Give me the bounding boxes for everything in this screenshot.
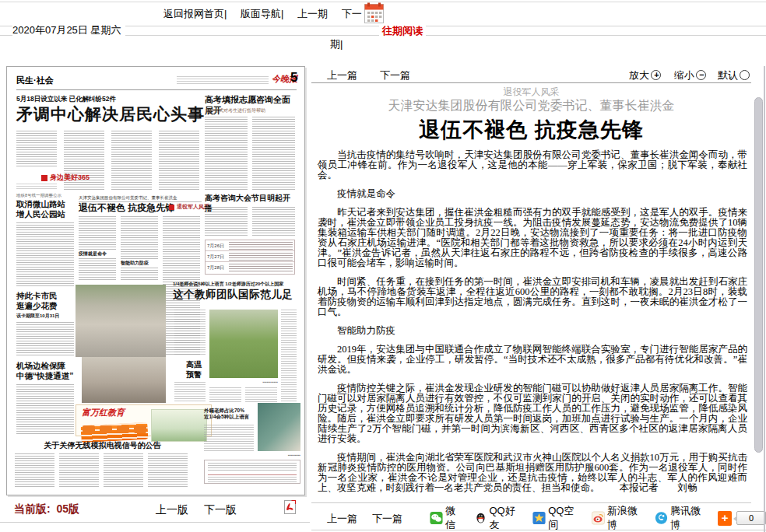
article-body: 当抗击疫情的集结号吹响时，天津安达集团股份有限公司党委书记、董事长崔洪金闻令而动… <box>318 150 747 502</box>
text-placeholder <box>79 216 116 282</box>
prev-article-link-bottom[interactable]: 上一篇 <box>327 512 357 526</box>
ad-tag <box>134 425 146 433</box>
table-row: 7月28日 <box>206 262 294 273</box>
current-page-label: 当前版: 05版 <box>14 502 79 516</box>
zoom-in-icon: + <box>651 70 661 80</box>
text-placeholder <box>245 387 277 403</box>
text-placeholder <box>16 131 57 168</box>
share-wechat-button[interactable]: 微信 <box>430 504 465 532</box>
thumb-heat-warning[interactable]: 高温预警 <box>186 360 202 380</box>
paragraph: 疫情期间，崔洪金向湖北省荣军医院和武汉市火神山医院以个人名义捐款10万元，用于购… <box>318 453 747 493</box>
thumb-a4-subhead-2: 智能助力防疫 <box>121 260 158 268</box>
section-heading: 疫情就是命令 <box>318 189 747 199</box>
paragraph: 2019年，安达集团与中国联通合作成立了物联网智能终端联合实验室，专门进行智能居… <box>318 345 747 375</box>
thumb-schedule-table: 7月26日 7月27日 7月28日 <box>205 240 295 275</box>
article-title: 退伍不褪色 抗疫急先锋 <box>311 116 751 144</box>
thumb-a1-kicker: 5月18日设立以来 已化解纠纷52件 <box>16 95 116 104</box>
paragraph: 时间紧、任务重，在接到任务的第一时间，崔洪金立即安排司机和车辆，凌晨就出发赶到石… <box>318 277 747 317</box>
advertisement[interactable]: 富万红教育 <box>76 404 212 436</box>
thumb-a2-sub: 多种方式对考生进行指导帮助 <box>205 107 265 114</box>
nav-layout-link[interactable]: 版面导航| <box>241 8 283 19</box>
thumb-a6-headline[interactable]: 持此卡市民逛遍少花费 <box>16 291 58 311</box>
share-bar: 微信 QQ好友 QQ空间 新浪微博 <box>430 509 766 527</box>
newspaper-page-thumbnail[interactable]: 民生·社会 今晚报 5 5月18日设立以来 已化解纠纷52件 矛调中心解决居民心… <box>6 66 305 495</box>
nav-prev-issue-link[interactable]: 上一期 <box>297 8 328 19</box>
text-placeholder <box>252 207 295 236</box>
text-placeholder <box>59 453 99 488</box>
nav-home-link[interactable]: 返回报网首页| <box>163 8 227 19</box>
text-placeholder <box>209 387 241 403</box>
ad-tag <box>117 425 129 433</box>
thumb-section-title: 民生·社会 <box>16 75 54 86</box>
footer-divider-right <box>311 530 766 530</box>
article-toolbar: 上一篇 下一篇 放大+ 缩小− 默认 <box>311 68 751 82</box>
calendar-icon[interactable] <box>364 2 384 23</box>
paragraph: 当抗击疫情的集结号吹响时，天津安达集团股份有限公司党委书记、董事长崔洪金闻令而动… <box>318 150 747 180</box>
article-bottom-divider <box>311 502 751 503</box>
paragraph: 疫情防控关键之际，崔洪金发现企业研发的智能门磁可以协助做好返津人员居家隔离工作。… <box>318 383 747 444</box>
share-qq-button[interactable]: QQ好友 <box>474 504 524 532</box>
zoom-out-button[interactable]: 缩小− <box>674 68 706 82</box>
share-more-button[interactable]: + <box>718 511 732 526</box>
photo-caption-placeholder: ▪▪▪▪▪▪▪▪▪▪▪ <box>209 380 278 384</box>
share-qzone-button[interactable]: QQ空间 <box>532 504 582 532</box>
thumb-a4-subhead-1: 疫情就是命令 <box>79 250 116 258</box>
text-placeholder <box>174 310 206 355</box>
thumb-a8-headline[interactable]: 这个教师团队国际范儿足 <box>173 289 293 302</box>
scrollbar-thumb[interactable] <box>754 97 763 453</box>
share-counter[interactable]: 0 <box>736 511 766 525</box>
article-subtitle: 天津安达集团股份有限公司党委书记、董事长崔洪金 <box>311 98 751 114</box>
red-square-icon <box>41 175 47 181</box>
zoom-out-icon: − <box>696 70 706 80</box>
text-placeholder <box>204 425 254 453</box>
text-placeholder <box>16 184 57 190</box>
text-placeholder <box>252 117 295 190</box>
text-placeholder <box>104 453 143 488</box>
masthead-info-placeholder <box>177 76 269 86</box>
thumb-a3-headline[interactable]: 取消微山路站增人民公园站 <box>16 199 65 219</box>
sina-weibo-icon <box>592 511 605 525</box>
next-article-link[interactable]: 下一篇 <box>380 68 410 82</box>
prev-article-link[interactable]: 上一篇 <box>327 68 357 82</box>
photo-caption-placeholder: ▪▪▪▪▪▪▪▪▪ <box>242 453 300 457</box>
ad-image <box>151 409 207 442</box>
thumb-a4-badge: 退役军人风采 <box>169 203 209 211</box>
table-row: 7月26日 <box>206 240 294 251</box>
thumb-a6-sub: 该卡期限至10月31日 <box>16 313 59 320</box>
header-nav: 返回报网首页| 版面导航| 上一期 下一 <box>163 7 373 21</box>
wechat-icon <box>430 511 443 525</box>
zoom-default-icon <box>740 70 750 80</box>
thumb-a4-kicker: 天津安达集团股份有限公司党委书记、董事长崔洪金 <box>79 195 202 202</box>
footer-divider-left <box>0 522 310 523</box>
thumb-a7-headline[interactable]: 机场边检保障中德“快捷通道” <box>16 361 74 381</box>
past-issues-link[interactable]: 往期阅读 <box>379 24 426 38</box>
thumb-a10-headline[interactable]: 关于关停无线模拟电视信号的公告 <box>15 441 190 451</box>
thumb-a4-headline[interactable]: 退伍不褪色 抗疫急先锋 <box>79 202 174 214</box>
nav-next-issue-link-wrapped[interactable]: 期| <box>330 37 343 51</box>
toolbar-divider <box>311 82 751 83</box>
text-placeholder <box>159 131 199 190</box>
next-article-link-bottom[interactable]: 下一篇 <box>372 512 402 526</box>
photo-library-teacher <box>258 403 300 451</box>
thumb-a1-headline[interactable]: 矛调中心解决居民心头事 <box>16 104 205 124</box>
red-square-icon <box>169 205 174 210</box>
issue-date: 2020年07月25日 星期六 <box>12 23 125 37</box>
article-kicker: 退役军人风采 <box>311 86 751 99</box>
share-tencent-weibo-button[interactable]: 腾讯微博 <box>655 504 708 532</box>
window-edge <box>764 66 765 532</box>
qq-icon <box>474 511 487 525</box>
text-placeholder <box>148 453 188 488</box>
nav-next-issue-link[interactable]: 下一 <box>342 8 362 19</box>
zoom-default-button[interactable]: 默认 <box>718 68 750 82</box>
next-page-link[interactable]: 下一版 <box>204 503 237 517</box>
ad-brand: 富万红教育 <box>82 407 125 418</box>
share-sina-weibo-button[interactable]: 新浪微博 <box>592 504 645 532</box>
thumb-info-box <box>204 460 300 484</box>
pdf-icon[interactable] <box>283 500 297 514</box>
prev-page-link[interactable]: 上一版 <box>156 503 188 517</box>
table-row: 7月27日 <box>206 251 294 262</box>
text-placeholder <box>16 222 74 286</box>
zoom-in-button[interactable]: 放大+ <box>629 68 661 82</box>
text-placeholder <box>205 117 248 190</box>
ad-tag <box>100 425 112 433</box>
